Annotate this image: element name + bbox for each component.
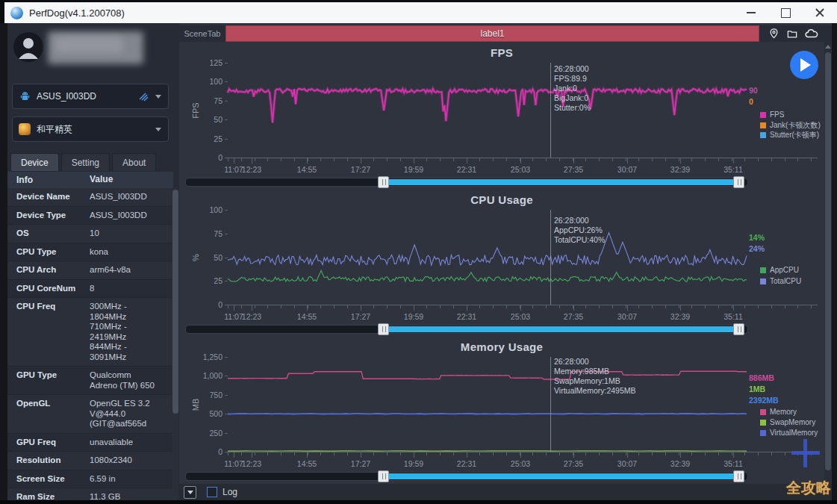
left-edge-strip [0,23,7,500]
edit-device-icon[interactable] [137,90,149,102]
x-minor-tick [532,305,533,308]
x-axis-line [228,452,818,452]
x-minor-tick [440,305,441,308]
x-major-tick [361,452,361,458]
x-minor-tick [718,158,719,161]
x-minor-tick [626,452,626,455]
log-checkbox[interactable] [207,487,217,497]
x-minor-tick [665,305,666,308]
x-tick-label: 32:39 [661,165,700,174]
x-tick-label: 22:31 [447,459,486,468]
add-chart-button[interactable] [791,439,820,467]
x-minor-tick [493,452,494,455]
main-scrollbar[interactable] [824,42,832,500]
chevron-down-icon [155,95,161,99]
x-tick-label: 19:59 [394,312,433,321]
x-tick-label: 35:11 [714,312,753,321]
main-scrollbar-thumb[interactable] [825,52,831,470]
chart-tooltip: 26:28:000AppCPU:26%TotalCPU:40% [554,216,605,245]
cloud-icon[interactable] [805,28,818,39]
redacted-username-overlay [55,37,122,53]
time-range-selection[interactable] [387,473,735,479]
x-major-tick [680,452,681,458]
legend-label: AppCPU [770,266,799,274]
x-minor-tick [479,452,480,455]
chevron-down-icon [155,128,161,131]
maximize-button[interactable] [768,2,803,23]
x-minor-tick [758,452,759,455]
app-select[interactable]: 和平精英 [12,116,169,142]
info-row: Device NameASUS_I003DD [7,188,173,207]
device-info-table: Info Value Device NameASUS_I003DDDevice … [7,172,173,504]
play-button[interactable] [790,51,818,79]
tab-about[interactable]: About [112,153,156,171]
x-minor-tick [758,305,759,308]
info-row: OS10 [7,225,173,243]
legend-item-virtualmemory[interactable]: VirtualMemory [760,429,818,437]
y-tick-label: 75 [179,229,223,238]
x-minor-tick [267,452,268,455]
crosshair-line [550,357,551,452]
minimize-button[interactable] [734,2,768,23]
location-pin-icon[interactable] [768,28,780,40]
time-range-selection[interactable] [387,179,735,185]
tab-setting[interactable]: Setting [61,153,110,171]
legend-item-appcpu[interactable]: AppCPU [760,266,799,274]
x-minor-tick [797,305,798,308]
x-tick-label: 12:23 [232,165,271,174]
sidebar-scrollbar-thumb[interactable] [172,190,178,414]
slider-handle-right[interactable] [733,176,744,188]
close-button[interactable] [803,2,837,23]
x-major-tick [680,158,681,164]
sidebar-scrollbar[interactable] [172,188,178,500]
x-tick-label: 22:31 [447,165,486,174]
info-row-label: CPU Arch [7,261,88,279]
info-row-value: OpenGL ES 3.2V@444.0(GIT@aaf565d [88,395,173,433]
tooltip-line: 26:28:000 [554,64,591,74]
x-major-tick [627,452,628,458]
x-tick-label: 35:11 [714,165,753,174]
slider-handle-left[interactable] [378,176,389,188]
x-minor-tick [585,158,586,161]
slider-handle-left[interactable] [378,470,389,482]
legend-item-fps[interactable]: FPS [760,111,784,119]
slider-handle-right[interactable] [733,323,744,335]
legend-item-jank[interactable]: Jank(卡顿次数) [760,120,821,131]
legend-item-memory[interactable]: Memory [760,408,797,416]
y-tick-label: 500 [179,409,223,418]
scrollbar-up-arrow[interactable] [825,45,831,49]
legend-item-stutter[interactable]: Stutter(卡顿率) [760,130,819,140]
time-range-selection[interactable] [387,326,735,332]
slider-handle-right[interactable] [733,470,744,482]
toggle-log-panel-button[interactable] [184,486,196,499]
tooltip-line: Memory:985MB [554,367,636,376]
x-minor-tick [267,305,268,308]
legend-item-swapmemory[interactable]: SwapMemory [760,418,815,426]
x-minor-tick [705,452,706,455]
legend-swatch [760,430,766,436]
folder-icon[interactable] [786,28,798,40]
x-minor-tick [744,452,745,455]
tooltip-line: TotalCPU:40% [554,235,605,245]
series-line-totalcpu [228,233,747,266]
x-minor-tick [255,158,255,161]
device-select[interactable]: ASUS_I003DD [12,84,169,109]
info-row: Screen Size6.59 in [7,470,173,489]
scene-label-bar[interactable]: label1 [225,25,759,42]
x-tick-label: 22:31 [447,312,486,321]
x-minor-tick [453,158,454,161]
x-major-tick [733,452,734,458]
x-tick-label: 25:03 [501,459,540,468]
legend-item-totalcpu[interactable]: TotalCPU [760,277,801,285]
tooltip-line: Stutter:0% [554,103,591,113]
slider-handle-left[interactable] [378,323,389,335]
info-row-value: 8 [88,280,173,298]
user-avatar[interactable] [13,32,43,62]
tab-device[interactable]: Device [10,153,59,171]
legend-swatch [760,122,766,128]
x-major-tick [307,452,308,458]
app-logo-icon [10,7,23,19]
x-minor-tick [718,452,719,455]
x-major-tick [733,305,734,311]
x-major-tick [234,158,234,164]
